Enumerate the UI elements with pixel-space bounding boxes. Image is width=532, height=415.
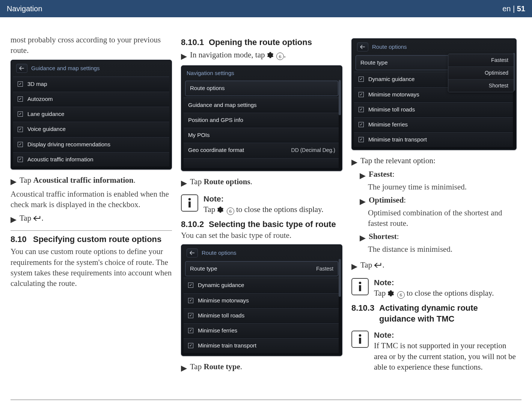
dropdown-option[interactable]: Fastest [448, 54, 514, 66]
page-header: Navigation en | 51 [0, 0, 532, 17]
svg-rect-1 [188, 201, 191, 208]
checkbox-icon: ✓ [188, 343, 193, 348]
list-item[interactable]: ✓Minimise motorways [184, 293, 340, 308]
panel-title: Route options [202, 249, 237, 257]
paragraph: You can set the basic type of route. [181, 230, 342, 241]
triangle-icon: ▶ [181, 176, 187, 188]
list-item[interactable]: ✓Minimise train transport [354, 132, 514, 147]
triangle-icon: ▶ [351, 155, 357, 167]
panel-title: Guidance and map settings [31, 65, 100, 72]
panel-titlebar: Route options [354, 41, 514, 55]
list-item[interactable]: ✓3D map [13, 77, 169, 92]
checkbox-icon: ✓ [359, 137, 364, 142]
route-type-dropdown: Fastest Optimised Shortest [448, 54, 514, 92]
column-2: 8.10.1Opening the route options ▶ In nav… [181, 35, 342, 376]
step: ▶ Tap . [351, 260, 517, 272]
list-item[interactable]: ✓Display driving recommendations [13, 137, 169, 152]
option-item: ▶Shortest: [360, 231, 517, 243]
checkbox-icon: ✓ [359, 122, 364, 127]
header-page-info: en | 51 [502, 5, 525, 13]
list-item[interactable]: ✓Acoustic traffic information [13, 152, 169, 167]
step: ▶ In navigation mode, tap 6. [181, 50, 342, 62]
triangle-icon: ▶ [11, 175, 17, 187]
triangle-icon: ▶ [181, 50, 187, 62]
column-1: most probably cross according to your pr… [11, 35, 172, 376]
list-item[interactable]: ✓Lane guidance [13, 107, 169, 122]
dropdown-option[interactable]: Shortest [448, 79, 514, 92]
dropdown-option[interactable]: Optimised [448, 66, 514, 79]
panel-title: Navigation settings [187, 69, 234, 77]
panel-title: Route options [372, 43, 407, 51]
svg-point-2 [359, 281, 361, 284]
svg-point-4 [359, 334, 361, 337]
option-desc: The distance is minimised. [368, 244, 517, 254]
list-item[interactable]: My POIs [184, 128, 340, 143]
back-icon[interactable] [357, 42, 368, 51]
footer-divider [11, 400, 521, 400]
section-heading: 8.10 Specifying custom route options [11, 234, 172, 245]
note-box: Note: Tap 6 to close the options display… [351, 277, 517, 299]
header-title: Navigation [7, 5, 42, 13]
list-item[interactable]: ✓Voice guidance [13, 122, 169, 137]
note-box: Note: If TMC is not supported in your re… [351, 330, 517, 372]
column-3: Route options Route type Fastest ✓Dynami… [351, 35, 517, 376]
list-item[interactable]: Position and GPS info [184, 113, 340, 128]
checkbox-icon: ✓ [359, 77, 364, 82]
scrollbar[interactable] [339, 259, 341, 353]
gear-icon [267, 52, 274, 59]
panel-titlebar: Route options [184, 247, 340, 261]
checkbox-icon: ✓ [18, 127, 23, 132]
checkbox-icon: ✓ [188, 328, 193, 333]
back-icon[interactable] [187, 248, 198, 257]
option-desc: The journey time is minimised. [368, 182, 517, 192]
list-item-header[interactable]: Route options [185, 81, 338, 96]
circled-number-icon: 6 [227, 208, 234, 215]
panel-guidance-map-settings: Guidance and map settings ✓3D map ✓Autoz… [11, 60, 172, 170]
subsection-heading: 8.10.1Opening the route options [181, 37, 342, 48]
list-item[interactable]: ✓Minimise ferries [184, 323, 340, 338]
list-item[interactable]: ✓Autozoom [13, 92, 169, 107]
info-icon [181, 194, 198, 212]
list-item[interactable]: ✓Minimise toll roads [184, 308, 340, 323]
divider [11, 230, 172, 231]
note-heading: Note: [203, 194, 323, 204]
triangle-icon: ▶ [11, 213, 17, 225]
panel-route-options: Route options Route type Fastest ✓Dynami… [181, 244, 342, 356]
list-item[interactable]: ✓Minimise toll roads [354, 102, 514, 117]
list-item[interactable]: Geo coordinate formatDD (Decimal Deg.) [184, 143, 340, 158]
triangle-icon: ▶ [360, 169, 366, 181]
subsection-heading: 8.10.3Activating dynamic route guidance … [351, 302, 517, 325]
triangle-icon: ▶ [360, 231, 366, 243]
subsection-heading: 8.10.2Selecting the basic type of route [181, 219, 342, 230]
checkbox-icon: ✓ [188, 298, 193, 303]
panel-navigation-settings: Navigation settings Route options Guidan… [181, 65, 342, 171]
checkbox-icon: ✓ [18, 111, 23, 117]
list-item[interactable]: ✓Dynamic guidance [184, 278, 340, 293]
option-list: ▶Fastest: The journey time is minimised.… [360, 169, 517, 254]
svg-rect-3 [359, 285, 361, 291]
list-item-empty [184, 158, 340, 168]
checkbox-icon: ✓ [18, 81, 23, 87]
checkbox-icon: ✓ [359, 107, 364, 112]
svg-rect-5 [359, 338, 361, 344]
panel-route-options-dropdown: Route options Route type Fastest ✓Dynami… [351, 38, 517, 150]
list-item[interactable]: ✓Minimise train transport [184, 338, 340, 353]
list-item-header[interactable]: Route type Fastest [185, 261, 338, 276]
checkbox-icon: ✓ [359, 92, 364, 97]
list-item[interactable]: ✓Minimise ferries [354, 117, 514, 132]
info-icon [351, 331, 369, 348]
section-body: You can use custom route options to defi… [11, 246, 172, 289]
back-icon[interactable] [16, 64, 27, 73]
note-heading: Note: [374, 330, 517, 340]
step: ▶ Tap Route options. [181, 176, 342, 188]
triangle-icon: ▶ [351, 260, 357, 272]
intro-text: most probably cross according to your pr… [11, 35, 172, 56]
circled-number-icon: 6 [276, 53, 284, 60]
list-item[interactable]: Guidance and map settings [184, 98, 340, 113]
checkbox-icon: ✓ [18, 96, 23, 102]
step: ▶ Tap the relevant option: [351, 155, 517, 167]
panel-titlebar: Navigation settings [184, 68, 340, 81]
scrollbar[interactable] [339, 80, 341, 168]
return-icon [33, 215, 41, 221]
option-item: ▶Optimised: [360, 195, 517, 207]
